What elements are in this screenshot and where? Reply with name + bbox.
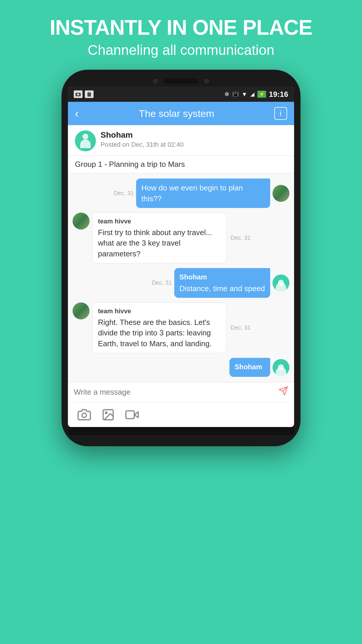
phone-speaker (164, 78, 198, 84)
status-right-icons: ✲ 📳 ▼ ◢ ⚡ 19:16 (224, 90, 288, 99)
wifi-icon: ▼ (242, 91, 247, 98)
message-sender: team hivve (98, 217, 221, 226)
user-silhouette (80, 134, 91, 148)
headline: INSTANTLY IN ONE PLACE (50, 16, 312, 39)
sender-avatar (73, 302, 89, 319)
message-bubble: team hivve Right. These are the basics. … (92, 302, 226, 353)
svg-rect-3 (88, 92, 90, 93)
phone-screen: ✲ 📳 ▼ ◢ ⚡ 19:16 ‹ The solar system i (68, 87, 294, 427)
message-row: Shoham (68, 356, 294, 379)
message-date: Dec, 31 (114, 190, 134, 197)
app-bar: ‹ The solar system i (68, 102, 294, 125)
message-sender: Shoham (180, 272, 265, 282)
message-input[interactable] (74, 388, 275, 397)
message-row: Dec, 31 Shoham Distance, time and speed (68, 266, 294, 300)
phone-top-bar (68, 78, 294, 84)
back-button[interactable]: ‹ (75, 107, 79, 120)
gallery-button[interactable] (101, 407, 116, 422)
avatar (75, 130, 96, 151)
clipboard-status-icon (85, 90, 94, 98)
user-silhouette (276, 280, 286, 291)
sender-avatar (73, 213, 89, 230)
send-button[interactable] (278, 386, 288, 398)
video-button[interactable] (124, 407, 140, 422)
message-input-area (68, 382, 294, 427)
user-silhouette (276, 364, 286, 376)
svg-point-6 (82, 413, 86, 418)
camera-button[interactable] (77, 407, 92, 422)
status-bar: ✲ 📳 ▼ ◢ ⚡ 19:16 (68, 87, 294, 102)
media-icons-row (74, 406, 288, 424)
phone-bottom-bar (68, 427, 294, 435)
chat-posted-time: Posted on Dec, 31th at 02:40 (101, 141, 287, 148)
message-bubble: Shoham Distance, time and speed (174, 268, 270, 298)
message-date: Dec, 31 (231, 324, 251, 331)
svg-rect-10 (126, 411, 134, 419)
svg-rect-2 (87, 92, 91, 97)
sender-avatar (273, 185, 289, 202)
message-bubble: How do we even begin to plan this?? (136, 178, 270, 208)
chat-header: Shoham Posted on Dec, 31th at 02:40 (68, 125, 294, 156)
sender-avatar (273, 274, 289, 291)
svg-point-1 (77, 94, 79, 96)
battery-icon: ⚡ (257, 91, 266, 98)
group-label: Group 1 - Planning a trip to Mars (68, 156, 294, 173)
phone-camera (153, 79, 158, 83)
message-date: Dec, 31 (231, 235, 251, 241)
chat-header-info: Shoham Posted on Dec, 31th at 02:40 (101, 130, 287, 148)
phone-camera-right (204, 79, 209, 83)
photo-status-icon (74, 90, 82, 98)
status-left-icons (74, 90, 94, 98)
message-date: Dec, 31 (152, 279, 172, 286)
message-input-row (74, 386, 288, 402)
app-bar-title: The solar system (139, 108, 214, 119)
info-button[interactable]: i (274, 107, 287, 120)
time-display: 19:16 (269, 90, 289, 99)
message-row: Dec, 31 How do we even begin to plan thi… (68, 176, 294, 210)
svg-marker-9 (134, 412, 138, 418)
svg-point-8 (105, 412, 107, 414)
chat-author-name: Shoham (101, 130, 287, 140)
vibrate-icon: 📳 (232, 91, 239, 97)
message-sender: Shoham (235, 362, 265, 372)
phone-shell: ✲ 📳 ▼ ◢ ⚡ 19:16 ‹ The solar system i (61, 70, 301, 446)
sender-avatar (273, 359, 289, 376)
messages-area: Dec, 31 How do we even begin to plan thi… (68, 173, 294, 382)
message-text: First try to think about any travel... w… (98, 227, 221, 259)
message-text: Right. These are the basics. Let's divid… (98, 317, 221, 349)
message-text: Distance, time and speed (180, 283, 265, 294)
signal-icon: ◢ (250, 91, 254, 97)
message-bubble: Shoham (229, 358, 270, 377)
message-bubble: team hivve First try to think about any … (92, 213, 226, 263)
message-text: How do we even begin to plan this?? (141, 183, 265, 204)
message-row: team hivve First try to think about any … (68, 210, 294, 266)
message-row: team hivve Right. These are the basics. … (68, 300, 294, 356)
subheadline: Channeling all communication (88, 42, 274, 58)
bluetooth-icon: ✲ (224, 91, 229, 98)
message-sender: team hivve (98, 307, 221, 316)
